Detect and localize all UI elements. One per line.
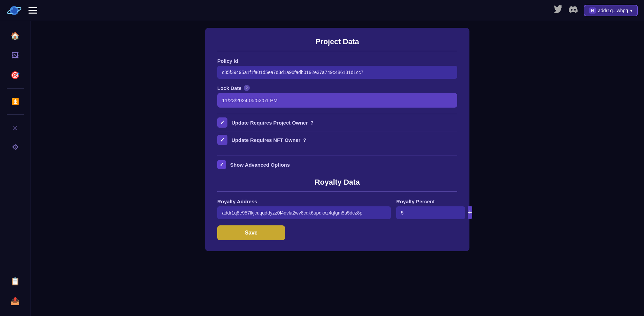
topnav: N addr1q...whpg ▾: [0, 0, 644, 21]
royalty-data-title: Royalty Data: [217, 178, 457, 187]
update-requires-project-owner-row: Update Requires Project Owner ?: [217, 114, 457, 131]
twitter-icon[interactable]: [554, 5, 563, 16]
show-advanced-options-row: Show Advanced Options: [217, 155, 457, 172]
royalty-row: Royalty Address Royalty Percent +: [217, 199, 457, 219]
show-advanced-options-label: Show Advanced Options: [230, 162, 290, 168]
sidebar-bottom: 📋 📤: [6, 273, 24, 310]
update-project-owner-help-icon[interactable]: ?: [310, 120, 314, 126]
hamburger-button[interactable]: [28, 7, 37, 14]
sidebar-item-target[interactable]: 🎯: [6, 67, 24, 84]
project-data-title: Project Data: [217, 37, 457, 46]
project-divider: [217, 51, 457, 51]
royalty-data-section: Royalty Data Royalty Address Royalty Per…: [217, 178, 457, 240]
update-requires-project-owner-label: Update Requires Project Owner ?: [232, 120, 314, 126]
update-requires-project-owner-checkbox[interactable]: [217, 117, 227, 128]
wallet-button[interactable]: N addr1q...whpg ▾: [584, 5, 638, 16]
sidebar-item-collapse[interactable]: ⏫: [6, 93, 24, 110]
sidebar-item-gallery[interactable]: 🖼: [6, 47, 24, 64]
royalty-percent-label: Royalty Percent: [396, 199, 465, 204]
lock-date-input[interactable]: [217, 93, 457, 108]
project-data-section: Project Data Policy Id Lock Date ? Updat…: [217, 37, 457, 172]
network-label: N: [589, 7, 596, 14]
sidebar-divider-1: [7, 88, 24, 89]
policy-id-label: Policy Id: [217, 58, 457, 64]
topnav-right: N addr1q...whpg ▾: [554, 5, 638, 16]
topnav-left: [6, 2, 37, 19]
wallet-address: addr1q...whpg: [598, 8, 628, 13]
chevron-down-icon: ▾: [630, 8, 632, 13]
sidebar-item-filter[interactable]: ⧖: [6, 119, 24, 136]
save-button[interactable]: Save: [217, 225, 285, 240]
sidebar-item-documents[interactable]: 📋: [6, 273, 24, 290]
update-nft-owner-help-icon[interactable]: ?: [303, 137, 306, 143]
royalty-percent-input[interactable]: [396, 206, 465, 219]
royalty-address-label: Royalty Address: [217, 199, 391, 204]
add-royalty-button[interactable]: +: [468, 206, 472, 219]
royalty-percent-wrapper: Royalty Percent: [396, 199, 465, 219]
update-requires-nft-owner-row: Update Requires NFT Owner ?: [217, 131, 457, 148]
update-requires-nft-owner-label: Update Requires NFT Owner ?: [232, 137, 306, 143]
sidebar-item-settings[interactable]: ⚙: [6, 138, 24, 156]
content-panel: Project Data Policy Id Lock Date ? Updat…: [205, 28, 469, 251]
logo[interactable]: [6, 2, 22, 19]
sidebar-divider-2: [7, 114, 24, 115]
royalty-address-input[interactable]: [217, 206, 391, 219]
show-advanced-options-checkbox[interactable]: [217, 160, 226, 169]
policy-id-input[interactable]: [217, 66, 457, 79]
lock-date-help-icon[interactable]: ?: [244, 85, 250, 91]
sidebar-item-export[interactable]: 📤: [6, 292, 24, 310]
royalty-address-field: Royalty Address: [217, 199, 391, 219]
lock-date-label: Lock Date ?: [217, 85, 457, 91]
svg-point-3: [12, 8, 13, 10]
discord-icon[interactable]: [569, 5, 578, 16]
sidebar-item-home[interactable]: 🏠: [6, 27, 24, 45]
royalty-percent-field: Royalty Percent +: [396, 199, 457, 219]
royalty-divider: [217, 191, 457, 192]
checkboxes-section: Update Requires Project Owner ? Update R…: [217, 114, 457, 148]
update-requires-nft-owner-checkbox[interactable]: [217, 135, 227, 145]
sidebar: 🏠 🖼 🎯 ⏫ ⧖ ⚙ 📋 📤: [0, 21, 31, 316]
main-content: Project Data Policy Id Lock Date ? Updat…: [31, 21, 644, 265]
